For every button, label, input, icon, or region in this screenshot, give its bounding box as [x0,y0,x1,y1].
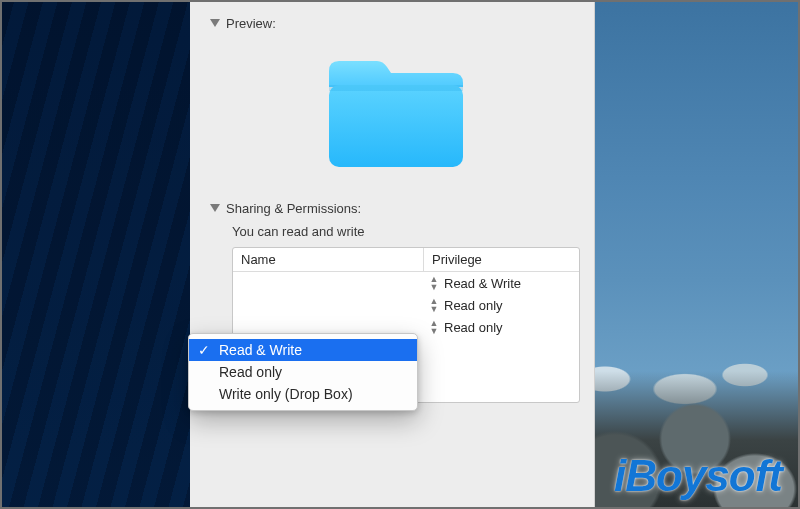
disclosure-triangle-icon [210,19,220,29]
dropdown-item-label: Read only [219,364,282,380]
stepper-icon[interactable]: ▲▼ [428,297,440,313]
preview-section-label: Preview: [226,16,276,31]
perm-row-privilege-cell[interactable]: ▲▼ Read only [424,297,579,313]
privilege-dropdown-menu[interactable]: ✓ Read & Write ✓ Read only ✓ Write only … [188,333,418,411]
get-info-window: Preview: [190,0,595,509]
preview-section-header[interactable]: Preview: [210,12,580,35]
stepper-icon[interactable]: ▲▼ [428,319,440,335]
perm-row-privilege: Read only [444,320,503,335]
svg-marker-0 [210,19,220,27]
perm-row-privilege: Read only [444,298,503,313]
stepper-icon[interactable]: ▲▼ [428,275,440,291]
perm-row-privilege: Read & Write [444,276,521,291]
disclosure-triangle-icon [210,204,220,214]
folder-icon [321,55,469,173]
preview-section-body [210,35,580,197]
watermark-text: iBoysoft [614,451,782,501]
svg-rect-1 [329,85,463,167]
svg-marker-3 [210,204,220,212]
check-icon: ✓ [197,386,211,402]
perm-row-privilege-cell[interactable]: ▲▼ Read & Write [424,275,579,291]
dropdown-item-write-only[interactable]: ✓ Write only (Drop Box) [189,383,417,405]
perm-row-privilege-cell[interactable]: ▲▼ Read only [424,319,579,335]
watermark-logo: iBoysoft [614,451,782,501]
check-icon: ✓ [197,342,211,358]
permissions-header-row: Name Privilege [233,248,579,272]
sharing-access-message: You can read and write [232,220,580,247]
dropdown-item-read-write[interactable]: ✓ Read & Write [189,339,417,361]
desktop-wallpaper-right [595,0,800,509]
desktop-wallpaper-left [0,0,190,509]
permissions-header-name[interactable]: Name [233,248,424,271]
sharing-section-header[interactable]: Sharing & Permissions: [210,197,580,220]
dropdown-item-read-only[interactable]: ✓ Read only [189,361,417,383]
table-row[interactable]: ▲▼ Read & Write [233,272,579,294]
dropdown-item-label: Write only (Drop Box) [219,386,353,402]
sharing-section-label: Sharing & Permissions: [226,201,361,216]
svg-rect-2 [329,85,463,91]
table-row[interactable]: ▲▼ Read only [233,294,579,316]
permissions-header-privilege[interactable]: Privilege [424,248,579,271]
check-icon: ✓ [197,364,211,380]
dropdown-item-label: Read & Write [219,342,302,358]
